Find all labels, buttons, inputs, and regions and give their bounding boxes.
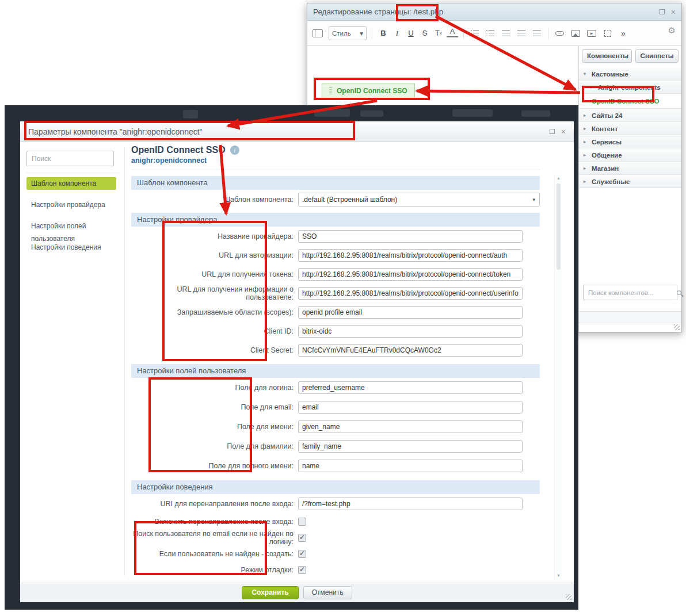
text-field[interactable]: openid profile email bbox=[298, 306, 523, 319]
text-field[interactable]: http://192.168.2.95:8081/realms/bitrix/p… bbox=[298, 287, 523, 300]
style-select[interactable]: Стиль ▾ bbox=[329, 26, 367, 40]
chevron-expanded-icon: ▾ bbox=[584, 71, 588, 76]
sidebar-tree-item[interactable]: ▸Контент bbox=[579, 122, 681, 135]
video-icon: ▶ bbox=[587, 30, 596, 37]
field-label: Включить перенаправление после входа: bbox=[131, 518, 294, 526]
ordered-list-button[interactable] bbox=[469, 27, 481, 40]
align-button[interactable] bbox=[531, 27, 543, 40]
form-row: URI для перенаправления после входа:/?fr… bbox=[131, 494, 540, 514]
image-button[interactable] bbox=[570, 27, 581, 40]
field-label: Client Secret: bbox=[131, 346, 294, 354]
tree-item-label: Магазин bbox=[592, 165, 619, 172]
field-label: URL для авторизации: bbox=[131, 251, 294, 259]
chevron-collapsed-icon: ▸ bbox=[584, 179, 588, 184]
form-row: Поиск пользователя по email если не найд… bbox=[131, 530, 540, 546]
sidebar-tree-item[interactable]: ▸Магазин bbox=[579, 162, 681, 175]
video-button[interactable]: ▶ bbox=[586, 27, 597, 40]
sidebar-divider bbox=[579, 311, 681, 323]
sidebar-tree-item[interactable]: OpenID Connect SSO bbox=[579, 94, 681, 109]
close-icon[interactable]: × bbox=[561, 129, 566, 135]
text-field[interactable]: http://192.168.2.95:8081/realms/bitrix/p… bbox=[298, 249, 523, 262]
form-section: Шаблон компонентаШаблон компонента:.defa… bbox=[131, 176, 540, 209]
scroll-up-icon[interactable]: ▲ bbox=[557, 176, 561, 180]
sidebar-tree-item[interactable]: ▸Сервисы bbox=[579, 135, 681, 148]
drag-handle-icon[interactable] bbox=[329, 87, 332, 94]
minimize-icon[interactable] bbox=[550, 129, 555, 134]
dialog-search[interactable] bbox=[26, 151, 114, 166]
sidebar-tree-item[interactable]: ▾Кастомные bbox=[579, 67, 681, 81]
info-icon[interactable]: i bbox=[230, 146, 239, 155]
sidebar-tree-item[interactable]: ▸Сайты 24 bbox=[579, 109, 681, 122]
form-row: Поле для фамилии:family_name bbox=[131, 437, 540, 456]
chevron-collapsed-icon: ▸ bbox=[584, 152, 588, 158]
resize-handle[interactable] bbox=[566, 594, 571, 600]
sidebar-tree-item[interactable]: ▾Anighr components bbox=[579, 81, 681, 94]
text-field[interactable]: http://192.168.2.95:8081/realms/bitrix/p… bbox=[298, 268, 523, 281]
font-color-button[interactable]: A bbox=[447, 27, 458, 37]
components-search-input[interactable] bbox=[588, 289, 677, 296]
sidebar-tree-item[interactable]: ▸Служебные bbox=[579, 175, 681, 188]
panel-toggle-button[interactable] bbox=[312, 27, 323, 40]
template-select[interactable]: .default (Встроенный шаблон)▾ bbox=[298, 193, 540, 206]
text-field[interactable]: /?from=test.php bbox=[298, 498, 523, 510]
more-tools-button[interactable]: » bbox=[618, 27, 629, 40]
dialog-nav-item[interactable]: Настройки поведения bbox=[26, 241, 116, 254]
search-icon bbox=[677, 290, 681, 295]
dialog-titlebar: Параметры компонента "anighr:openidconne… bbox=[20, 121, 574, 142]
text-field[interactable]: given_name bbox=[298, 420, 523, 433]
underline-button[interactable]: U bbox=[405, 27, 417, 40]
text-field[interactable]: SSO bbox=[298, 230, 523, 243]
outdent-icon bbox=[502, 30, 510, 36]
field-label: Поле для полного имени: bbox=[131, 462, 294, 470]
canvas-component-chip[interactable]: OpenID Connect SSO bbox=[322, 83, 415, 98]
field-label: URL для получения токена: bbox=[131, 270, 294, 278]
cancel-button[interactable]: Отменить bbox=[303, 586, 352, 599]
components-search[interactable] bbox=[583, 285, 677, 300]
fullscreen-button[interactable] bbox=[602, 27, 613, 40]
checkbox[interactable] bbox=[298, 534, 306, 542]
field-label: Поиск пользователя по email если не найд… bbox=[131, 530, 294, 546]
text-field[interactable]: bitrix-oidc bbox=[298, 325, 523, 338]
form-row: URL для авторизации:http://192.168.2.95:… bbox=[131, 246, 540, 265]
dialog-nav-item[interactable]: Шаблон компонента bbox=[26, 177, 116, 190]
text-field[interactable]: preferred_username bbox=[298, 381, 523, 394]
scroll-down-icon[interactable]: ▼ bbox=[557, 573, 561, 577]
link-button[interactable] bbox=[554, 27, 565, 40]
italic-button[interactable]: I bbox=[391, 27, 403, 40]
minimize-icon[interactable] bbox=[660, 9, 665, 14]
clear-format-button[interactable]: Tx bbox=[433, 27, 444, 40]
strikethrough-button[interactable]: S bbox=[419, 27, 430, 40]
text-field[interactable]: name bbox=[298, 460, 523, 472]
dialog-nav-item[interactable]: Настройки полей пользователя bbox=[26, 220, 116, 232]
text-field[interactable]: family_name bbox=[298, 440, 523, 453]
snippets-button[interactable]: Сниппеты ▾ bbox=[635, 49, 679, 63]
section-header: Шаблон компонента bbox=[131, 176, 540, 190]
text-field[interactable]: NCfcCvYmVNFuE4EAuFTRv0dCQcAW0Gc2 bbox=[298, 344, 523, 357]
chevron-collapsed-icon: ▸ bbox=[584, 126, 588, 131]
select-value: .default (Встроенный шаблон) bbox=[299, 196, 397, 204]
tree-item-label: OpenID Connect SSO bbox=[592, 98, 660, 105]
dialog-search-input[interactable] bbox=[32, 155, 109, 163]
unordered-list-button[interactable] bbox=[485, 27, 496, 40]
bold-button[interactable]: B bbox=[378, 27, 389, 40]
components-button[interactable]: Компоненты ▾ bbox=[582, 49, 632, 63]
style-select-value: Стиль bbox=[332, 30, 351, 37]
dialog-scrollbar[interactable]: ▲ ▼ bbox=[554, 174, 562, 579]
indent-button[interactable] bbox=[516, 27, 527, 40]
checkbox[interactable] bbox=[298, 566, 306, 574]
checkbox[interactable] bbox=[298, 550, 306, 558]
save-button[interactable]: Сохранить bbox=[242, 586, 298, 599]
checkbox[interactable] bbox=[298, 518, 306, 526]
close-icon[interactable]: × bbox=[671, 9, 676, 15]
dialog-nav: Шаблон компонентаНастройки провайдераНас… bbox=[26, 177, 124, 254]
image-icon bbox=[571, 30, 580, 37]
dialog-nav-item[interactable]: Настройки провайдера bbox=[26, 198, 116, 211]
resize-handle[interactable] bbox=[674, 324, 680, 330]
component-code-link[interactable]: anighr:openidconnect bbox=[131, 156, 540, 164]
sidebar-tree-item[interactable]: ▸Общение bbox=[579, 148, 681, 162]
component-parameters-dialog: Параметры компонента "anighr:openidconne… bbox=[20, 121, 574, 602]
outdent-button[interactable] bbox=[500, 27, 512, 40]
settings-gear-icon[interactable]: ⚙ bbox=[668, 25, 676, 36]
text-field[interactable]: email bbox=[298, 401, 523, 414]
scrollbar-thumb[interactable] bbox=[557, 183, 561, 270]
